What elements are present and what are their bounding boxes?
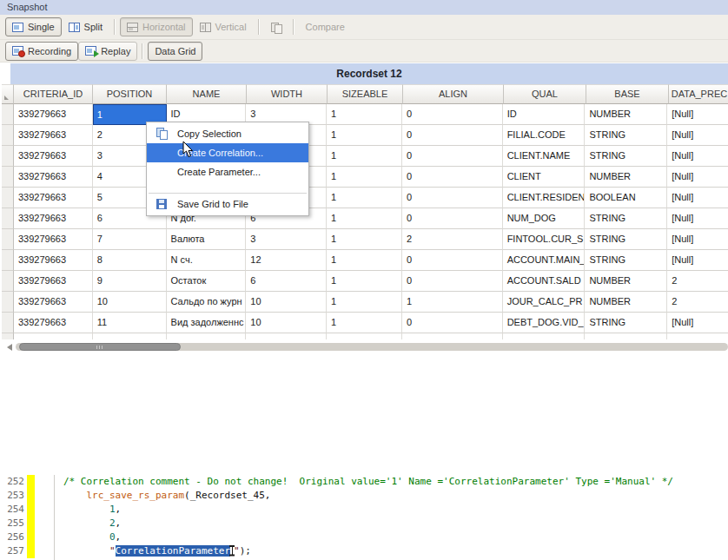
vertical-split-button[interactable]: Vertical (193, 17, 254, 36)
column-header-align[interactable]: ALIGN (403, 84, 504, 104)
row-selector[interactable] (2, 229, 14, 250)
grid-cell[interactable]: 1 (327, 313, 402, 333)
grid-cell[interactable]: 6 (246, 271, 327, 292)
grid-cell[interactable]: 12 (246, 250, 327, 271)
grid-cell[interactable]: 1 (327, 333, 402, 339)
grid-cell[interactable]: NUM_DOG (503, 208, 586, 229)
grid-cell[interactable]: ACCOUNT.MAIN_ (503, 250, 586, 271)
code-line[interactable]: 255 2, (0, 517, 728, 530)
grid-cell[interactable]: 339279663 (14, 104, 93, 125)
grid-cell[interactable]: 1 (327, 292, 402, 313)
compare-button[interactable]: Compare (299, 17, 352, 36)
code-line[interactable]: 256 0, (0, 530, 728, 544)
grid-cell[interactable]: 0 (402, 271, 503, 292)
grid-cell[interactable]: 0 (402, 104, 503, 125)
grid-cell[interactable]: NUMBER (585, 167, 667, 188)
row-selector[interactable] (2, 146, 14, 167)
grid-cell[interactable]: STRING (585, 229, 667, 250)
grid-cell[interactable]: CLIENT (503, 167, 586, 188)
grid-cell[interactable]: С (167, 333, 247, 339)
grid-cell[interactable]: ACCOUNT.SALD (503, 271, 586, 292)
grid-cell[interactable]: 10 (246, 292, 327, 313)
grid-cell[interactable]: 339279663 (14, 125, 93, 146)
grid-cell[interactable]: 0 (402, 146, 503, 167)
single-view-button[interactable]: Single (5, 17, 62, 36)
grid-cell[interactable]: [Null] (667, 104, 728, 125)
row-selector[interactable] (2, 271, 14, 292)
sync-compare-button[interactable] (264, 17, 288, 36)
grid-cell[interactable]: 1 (327, 146, 402, 167)
grid-cell[interactable]: 11 (93, 313, 167, 333)
row-selector[interactable] (2, 313, 14, 333)
grid-cell[interactable]: 2 (402, 229, 503, 250)
grid-cell[interactable]: [Null] (667, 313, 728, 333)
scrollbar-thumb[interactable] (19, 343, 181, 351)
script-editor[interactable]: 252/* Correlation comment - Do not chang… (0, 475, 728, 560)
grid-cell[interactable]: 339279663 (14, 208, 93, 229)
grid-cell[interactable]: 3 (246, 229, 327, 250)
grid-cell[interactable]: N сч. (167, 250, 247, 271)
row-selector[interactable] (2, 250, 14, 271)
grid-cell[interactable]: [Null] (667, 167, 728, 188)
column-header-sizeable[interactable]: SIZEABLE (328, 84, 403, 104)
scrollbar-track[interactable] (16, 343, 728, 351)
grid-cell[interactable]: CLIENT.NAME (503, 146, 586, 167)
code-line[interactable]: 254 1, (0, 503, 728, 517)
horizontal-split-button[interactable]: Horizontal (120, 17, 193, 36)
menu-item-save-grid-to-file[interactable]: Save Grid to File (147, 194, 308, 214)
grid-cell[interactable]: 1 (327, 271, 402, 292)
grid-cell[interactable]: 339279663 (14, 146, 93, 167)
column-header-base[interactable]: BASE (586, 84, 669, 104)
grid-cell[interactable]: 0 (402, 188, 503, 208)
grid-cell[interactable]: FINTOOL.CUR_S (503, 229, 586, 250)
code-line[interactable]: 257 "CorrelationParameter"); (0, 544, 728, 558)
grid-cell[interactable]: JOUR_CALC_PR (503, 292, 586, 313)
column-header-name[interactable]: NAME (167, 84, 247, 104)
grid-cell[interactable]: 2 (667, 292, 728, 313)
grid-cell[interactable]: 1 (327, 188, 402, 208)
grid-cell[interactable]: 1 (402, 292, 503, 313)
grid-cell[interactable]: NUMBER (585, 104, 667, 125)
grid-cell[interactable]: 1 (327, 104, 402, 125)
column-header-data-prec[interactable]: DATA_PREC (669, 84, 728, 104)
grid-cell[interactable]: 0 (402, 333, 503, 339)
grid-cell[interactable]: 0 (402, 167, 503, 188)
grid-cell[interactable]: 339279663 (14, 292, 93, 313)
grid-cell[interactable]: 339279663 (14, 271, 93, 292)
grid-cell[interactable]: 0 (402, 208, 503, 229)
grid-cell[interactable]: Сальдо по журн (167, 292, 247, 313)
recording-button[interactable]: Recording (5, 42, 78, 61)
column-header-criteria-id[interactable]: CRITERIA_ID (14, 84, 93, 104)
row-selector[interactable] (2, 188, 14, 208)
grid-cell[interactable]: ID (503, 104, 586, 125)
grid-cell[interactable]: BOOLEAN (585, 188, 667, 208)
grid-cell[interactable]: 2 (667, 333, 728, 339)
column-header-position[interactable]: POSITION (93, 84, 167, 104)
grid-cell[interactable]: 9 (93, 271, 167, 292)
grid-cell[interactable]: [Null] (667, 125, 728, 146)
column-header-qual[interactable]: QUAL (504, 84, 586, 104)
grid-cell[interactable]: CLIENT.RESIDEN (503, 188, 586, 208)
grid-cell[interactable]: 339279663 (14, 167, 93, 188)
code-line[interactable]: 253 lrc_save_rs_param(_Recordset_45, (0, 489, 728, 503)
data-grid-tab[interactable]: Data Grid (148, 42, 202, 61)
grid-cell[interactable]: 339279663 (14, 229, 93, 250)
grid-cell[interactable]: [Null] (667, 188, 728, 208)
grid-cell[interactable]: 1 (327, 250, 402, 271)
grid-cell[interactable]: 1 (327, 167, 402, 188)
grid-cell[interactable]: Остаток (167, 271, 247, 292)
grid-cell[interactable]: STRING (585, 125, 667, 146)
grid-cell[interactable]: STRING (585, 313, 667, 333)
grid-cell[interactable]: 339279663 (14, 313, 93, 333)
row-selector[interactable] (2, 292, 14, 313)
grid-cell[interactable]: 12 (93, 333, 167, 339)
grid-corner-cell[interactable] (2, 84, 14, 104)
grid-cell[interactable]: [Null] (667, 229, 728, 250)
grid-cell[interactable]: Валюта (167, 229, 247, 250)
grid-cell[interactable]: 339279663 (14, 250, 93, 271)
grid-cell[interactable]: 1 (327, 125, 402, 146)
grid-cell[interactable]: NUMBER (585, 292, 667, 313)
menu-item-create-parameter[interactable]: Create Parameter... (147, 162, 308, 181)
grid-cell[interactable]: [Null] (667, 146, 728, 167)
grid-cell[interactable]: 10 (93, 292, 167, 313)
